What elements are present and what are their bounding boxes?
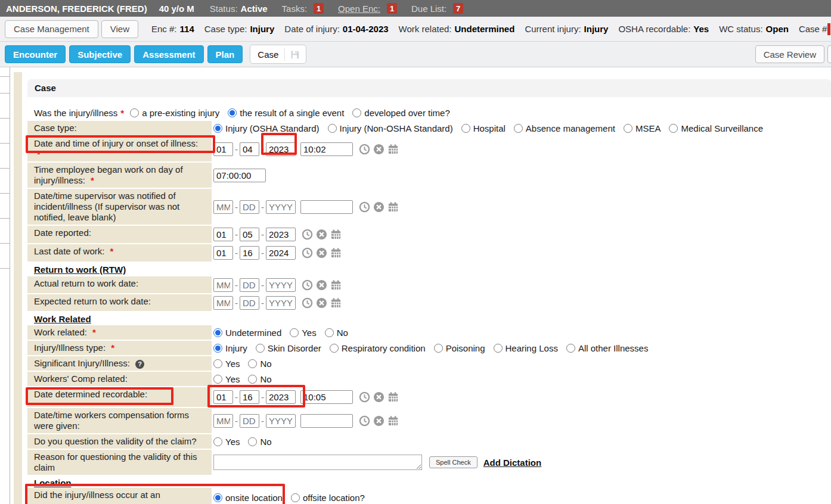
day-input[interactable] bbox=[240, 414, 259, 428]
help-icon[interactable]: ? bbox=[135, 360, 144, 369]
radio-input[interactable] bbox=[434, 344, 443, 353]
radio-input[interactable] bbox=[130, 108, 139, 117]
radio-input[interactable] bbox=[213, 375, 222, 384]
time-input[interactable] bbox=[300, 414, 353, 428]
clock-icon[interactable] bbox=[302, 297, 313, 309]
radio-input[interactable] bbox=[330, 344, 339, 353]
radio-option-yes[interactable]: Yes bbox=[213, 359, 240, 369]
radio-input[interactable] bbox=[325, 328, 334, 337]
time-input[interactable] bbox=[300, 390, 353, 404]
radio-option-respiratory[interactable]: Respiratory condition bbox=[330, 343, 426, 353]
day-input[interactable] bbox=[240, 142, 259, 156]
calendar-icon[interactable] bbox=[330, 229, 342, 240]
radio-option-med-surveillance[interactable]: Medical Surveillance bbox=[669, 123, 763, 133]
tab-encounter[interactable]: Encounter bbox=[5, 45, 66, 63]
case-review-button[interactable]: Case Review bbox=[755, 45, 824, 63]
day-input[interactable] bbox=[240, 246, 259, 260]
radio-input[interactable] bbox=[213, 328, 222, 337]
radio-option-yes[interactable]: Yes bbox=[213, 437, 240, 447]
due-list-count-badge[interactable]: 7 bbox=[453, 3, 463, 14]
calendar-icon[interactable] bbox=[387, 144, 399, 155]
radio-input[interactable] bbox=[328, 124, 337, 133]
day-input[interactable] bbox=[240, 228, 259, 241]
radio-input[interactable] bbox=[290, 328, 299, 337]
save-icon[interactable] bbox=[290, 49, 305, 60]
radio-input[interactable] bbox=[213, 359, 222, 368]
year-input[interactable] bbox=[266, 278, 296, 292]
radio-input[interactable] bbox=[228, 108, 237, 117]
radio-input[interactable] bbox=[352, 108, 361, 117]
time-input[interactable] bbox=[300, 142, 353, 156]
year-input[interactable] bbox=[266, 414, 296, 428]
case-management-button[interactable]: Case Management bbox=[5, 20, 98, 38]
day-input[interactable] bbox=[240, 390, 259, 404]
radio-input[interactable] bbox=[669, 124, 678, 133]
day-input[interactable] bbox=[240, 200, 259, 214]
radio-option-offsite[interactable]: offsite location? bbox=[291, 493, 365, 503]
year-input[interactable] bbox=[266, 228, 296, 241]
clock-icon[interactable] bbox=[359, 391, 370, 403]
month-input[interactable] bbox=[213, 246, 233, 260]
cut-off-button[interactable] bbox=[827, 45, 831, 63]
radio-input[interactable] bbox=[494, 344, 503, 353]
month-input[interactable] bbox=[213, 142, 233, 156]
year-input[interactable] bbox=[266, 390, 296, 404]
radio-input[interactable] bbox=[256, 344, 265, 353]
day-input[interactable] bbox=[240, 296, 259, 310]
radio-option-undetermined[interactable]: Undetermined bbox=[213, 328, 281, 338]
year-input[interactable] bbox=[266, 296, 296, 310]
clear-icon[interactable] bbox=[316, 247, 327, 259]
calendar-icon[interactable] bbox=[330, 297, 342, 309]
radio-input[interactable] bbox=[213, 437, 222, 446]
clock-icon[interactable] bbox=[302, 279, 313, 291]
radio-option-poisoning[interactable]: Poisoning bbox=[434, 343, 485, 353]
calendar-icon[interactable] bbox=[387, 391, 399, 403]
tab-subjective[interactable]: Subjective bbox=[69, 45, 131, 63]
tab-plan[interactable]: Plan bbox=[207, 45, 243, 63]
add-dictation-link[interactable]: Add Dictation bbox=[483, 458, 542, 468]
radio-option-single-event[interactable]: the result of a single event bbox=[228, 108, 344, 118]
radio-option-hearing-loss[interactable]: Hearing Loss bbox=[494, 343, 558, 353]
radio-option-no[interactable]: No bbox=[325, 328, 348, 338]
radio-option-no[interactable]: No bbox=[248, 359, 271, 369]
day-input[interactable] bbox=[240, 278, 259, 292]
clear-icon[interactable] bbox=[316, 279, 327, 291]
view-button[interactable]: View bbox=[101, 20, 138, 38]
radio-option-yes[interactable]: Yes bbox=[290, 328, 316, 338]
year-input[interactable] bbox=[266, 246, 296, 260]
radio-input[interactable] bbox=[248, 359, 257, 368]
reason-textarea[interactable] bbox=[213, 455, 422, 470]
radio-input[interactable] bbox=[566, 344, 575, 353]
tab-assessment[interactable]: Assessment bbox=[134, 45, 203, 63]
radio-option-pre-existing[interactable]: a pre-existing injury bbox=[130, 108, 219, 118]
clear-icon[interactable] bbox=[373, 415, 385, 427]
clock-icon[interactable] bbox=[359, 201, 370, 213]
radio-input[interactable] bbox=[248, 437, 257, 446]
clear-icon[interactable] bbox=[373, 391, 385, 403]
tasks-count-badge[interactable]: 1 bbox=[314, 3, 324, 14]
calendar-icon[interactable] bbox=[330, 247, 342, 259]
open-enc-count-badge[interactable]: 1 bbox=[387, 3, 397, 14]
radio-option-no[interactable]: No bbox=[248, 437, 271, 447]
radio-option-absence[interactable]: Absence management bbox=[514, 123, 615, 133]
radio-option-all-other[interactable]: All other Illnesses bbox=[566, 343, 649, 353]
radio-option-injury-non-osha[interactable]: Injury (Non-OSHA Standard) bbox=[328, 123, 453, 133]
clear-icon[interactable] bbox=[316, 297, 327, 309]
clock-icon[interactable] bbox=[302, 247, 313, 259]
radio-option-injury[interactable]: Injury bbox=[213, 343, 247, 353]
clear-icon[interactable] bbox=[316, 229, 327, 240]
calendar-icon[interactable] bbox=[387, 415, 399, 427]
radio-option-msea[interactable]: MSEA bbox=[624, 123, 661, 133]
radio-input[interactable] bbox=[213, 493, 222, 502]
clear-icon[interactable] bbox=[373, 201, 385, 213]
spell-check-button[interactable]: Spell Check bbox=[429, 456, 477, 468]
month-input[interactable] bbox=[213, 414, 233, 428]
radio-input[interactable] bbox=[213, 124, 222, 133]
clear-icon[interactable] bbox=[373, 144, 385, 155]
radio-option-injury-osha[interactable]: Injury (OSHA Standard) bbox=[213, 123, 320, 133]
year-input[interactable] bbox=[266, 200, 296, 214]
time-input[interactable] bbox=[300, 200, 353, 214]
radio-input[interactable] bbox=[461, 124, 470, 133]
radio-option-yes[interactable]: Yes bbox=[213, 374, 240, 384]
radio-option-no[interactable]: No bbox=[248, 374, 271, 384]
